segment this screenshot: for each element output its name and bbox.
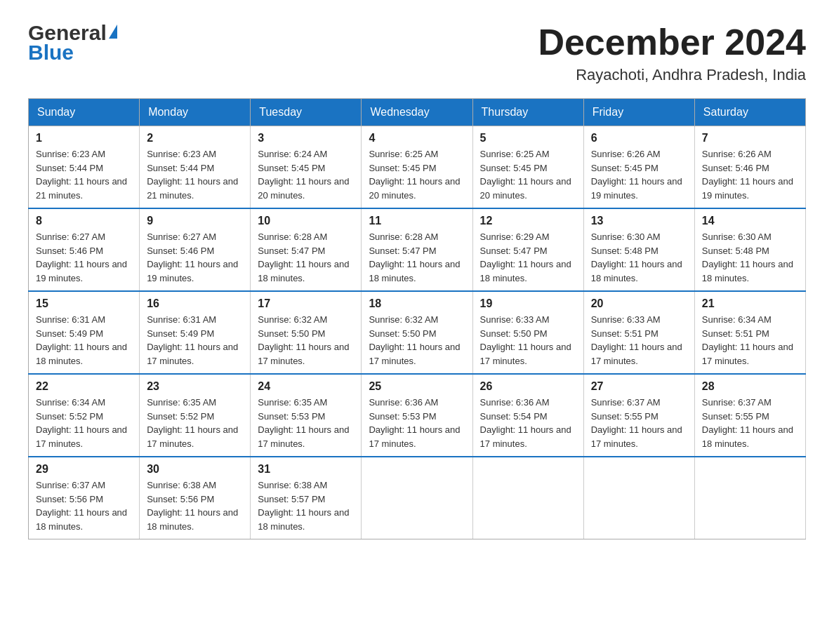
col-header-tuesday: Tuesday: [251, 99, 362, 126]
calendar-week-row: 15Sunrise: 6:31 AMSunset: 5:49 PMDayligh…: [29, 291, 806, 374]
day-number: 8: [36, 215, 132, 227]
logo-triangle-icon: [109, 25, 117, 39]
calendar-cell: 28Sunrise: 6:37 AMSunset: 5:55 PMDayligh…: [694, 374, 805, 457]
calendar-cell: 14Sunrise: 6:30 AMSunset: 5:48 PMDayligh…: [694, 208, 805, 291]
day-info: Sunrise: 6:31 AMSunset: 5:49 PMDaylight:…: [36, 313, 132, 368]
calendar-cell: [472, 457, 583, 539]
day-info: Sunrise: 6:26 AMSunset: 5:45 PMDaylight:…: [591, 147, 687, 202]
calendar-cell: 25Sunrise: 6:36 AMSunset: 5:53 PMDayligh…: [362, 374, 472, 457]
day-number: 16: [147, 297, 243, 310]
calendar-cell: 19Sunrise: 6:33 AMSunset: 5:50 PMDayligh…: [472, 291, 583, 374]
day-info: Sunrise: 6:25 AMSunset: 5:45 PMDaylight:…: [480, 147, 576, 202]
day-info: Sunrise: 6:35 AMSunset: 5:52 PMDaylight:…: [147, 396, 243, 450]
day-info: Sunrise: 6:33 AMSunset: 5:50 PMDaylight:…: [480, 313, 576, 368]
day-info: Sunrise: 6:28 AMSunset: 5:47 PMDaylight:…: [258, 230, 354, 285]
day-info: Sunrise: 6:28 AMSunset: 5:47 PMDaylight:…: [369, 230, 465, 285]
day-number: 1: [36, 132, 132, 145]
calendar-cell: 1Sunrise: 6:23 AMSunset: 5:44 PMDaylight…: [29, 126, 140, 209]
calendar-cell: [583, 457, 694, 539]
logo: General Blue: [28, 21, 117, 65]
day-number: 22: [36, 380, 132, 393]
calendar-cell: 12Sunrise: 6:29 AMSunset: 5:47 PMDayligh…: [472, 208, 583, 291]
day-info: Sunrise: 6:32 AMSunset: 5:50 PMDaylight:…: [258, 313, 354, 368]
day-info: Sunrise: 6:34 AMSunset: 5:51 PMDaylight:…: [702, 313, 798, 368]
day-number: 24: [258, 380, 354, 393]
calendar-cell: 7Sunrise: 6:26 AMSunset: 5:46 PMDaylight…: [694, 126, 805, 209]
calendar-cell: 10Sunrise: 6:28 AMSunset: 5:47 PMDayligh…: [251, 208, 362, 291]
calendar-cell: 26Sunrise: 6:36 AMSunset: 5:54 PMDayligh…: [472, 374, 583, 457]
col-header-saturday: Saturday: [694, 99, 805, 126]
day-info: Sunrise: 6:36 AMSunset: 5:53 PMDaylight:…: [369, 396, 465, 450]
calendar-cell: 29Sunrise: 6:37 AMSunset: 5:56 PMDayligh…: [29, 457, 140, 539]
col-header-wednesday: Wednesday: [362, 99, 472, 126]
day-number: 12: [480, 215, 576, 227]
col-header-thursday: Thursday: [472, 99, 583, 126]
day-number: 31: [258, 463, 354, 476]
col-header-monday: Monday: [140, 99, 251, 126]
calendar-cell: 4Sunrise: 6:25 AMSunset: 5:45 PMDaylight…: [362, 126, 472, 209]
calendar-cell: 3Sunrise: 6:24 AMSunset: 5:45 PMDaylight…: [251, 126, 362, 209]
month-title: December 2024: [538, 21, 806, 63]
calendar-cell: 15Sunrise: 6:31 AMSunset: 5:49 PMDayligh…: [29, 291, 140, 374]
calendar-cell: 18Sunrise: 6:32 AMSunset: 5:50 PMDayligh…: [362, 291, 472, 374]
day-info: Sunrise: 6:37 AMSunset: 5:56 PMDaylight:…: [36, 478, 132, 533]
day-number: 18: [369, 297, 465, 310]
day-number: 19: [480, 297, 576, 310]
day-number: 3: [258, 132, 354, 145]
day-number: 23: [147, 380, 243, 393]
day-number: 5: [480, 132, 576, 145]
day-number: 17: [258, 297, 354, 310]
day-info: Sunrise: 6:34 AMSunset: 5:52 PMDaylight:…: [36, 396, 132, 450]
calendar-week-row: 29Sunrise: 6:37 AMSunset: 5:56 PMDayligh…: [29, 457, 806, 539]
calendar-cell: 16Sunrise: 6:31 AMSunset: 5:49 PMDayligh…: [140, 291, 251, 374]
calendar-cell: 8Sunrise: 6:27 AMSunset: 5:46 PMDaylight…: [29, 208, 140, 291]
day-number: 27: [591, 380, 687, 393]
day-info: Sunrise: 6:23 AMSunset: 5:44 PMDaylight:…: [36, 147, 132, 202]
logo-blue: Blue: [28, 41, 74, 65]
day-info: Sunrise: 6:27 AMSunset: 5:46 PMDaylight:…: [147, 230, 243, 285]
day-info: Sunrise: 6:35 AMSunset: 5:53 PMDaylight:…: [258, 396, 354, 450]
page-header: General Blue December 2024 Rayachoti, An…: [28, 21, 806, 84]
day-number: 11: [369, 215, 465, 227]
calendar-cell: 31Sunrise: 6:38 AMSunset: 5:57 PMDayligh…: [251, 457, 362, 539]
day-number: 29: [36, 463, 132, 476]
day-number: 6: [591, 132, 687, 145]
col-header-friday: Friday: [583, 99, 694, 126]
calendar-cell: 27Sunrise: 6:37 AMSunset: 5:55 PMDayligh…: [583, 374, 694, 457]
col-header-sunday: Sunday: [29, 99, 140, 126]
day-number: 25: [369, 380, 465, 393]
day-number: 9: [147, 215, 243, 227]
day-number: 2: [147, 132, 243, 145]
calendar-cell: 23Sunrise: 6:35 AMSunset: 5:52 PMDayligh…: [140, 374, 251, 457]
calendar-cell: 24Sunrise: 6:35 AMSunset: 5:53 PMDayligh…: [251, 374, 362, 457]
day-info: Sunrise: 6:27 AMSunset: 5:46 PMDaylight:…: [36, 230, 132, 285]
calendar-week-row: 1Sunrise: 6:23 AMSunset: 5:44 PMDaylight…: [29, 126, 806, 209]
calendar-cell: 22Sunrise: 6:34 AMSunset: 5:52 PMDayligh…: [29, 374, 140, 457]
calendar-cell: 21Sunrise: 6:34 AMSunset: 5:51 PMDayligh…: [694, 291, 805, 374]
calendar-cell: [362, 457, 472, 539]
day-info: Sunrise: 6:37 AMSunset: 5:55 PMDaylight:…: [591, 396, 687, 450]
calendar-week-row: 8Sunrise: 6:27 AMSunset: 5:46 PMDaylight…: [29, 208, 806, 291]
day-info: Sunrise: 6:32 AMSunset: 5:50 PMDaylight:…: [369, 313, 465, 368]
day-number: 14: [702, 215, 798, 227]
day-info: Sunrise: 6:30 AMSunset: 5:48 PMDaylight:…: [591, 230, 687, 285]
calendar-cell: 11Sunrise: 6:28 AMSunset: 5:47 PMDayligh…: [362, 208, 472, 291]
location-title: Rayachoti, Andhra Pradesh, India: [538, 66, 806, 84]
day-info: Sunrise: 6:38 AMSunset: 5:56 PMDaylight:…: [147, 478, 243, 533]
day-info: Sunrise: 6:37 AMSunset: 5:55 PMDaylight:…: [702, 396, 798, 450]
day-number: 26: [480, 380, 576, 393]
day-info: Sunrise: 6:33 AMSunset: 5:51 PMDaylight:…: [591, 313, 687, 368]
day-info: Sunrise: 6:25 AMSunset: 5:45 PMDaylight:…: [369, 147, 465, 202]
calendar-cell: 9Sunrise: 6:27 AMSunset: 5:46 PMDaylight…: [140, 208, 251, 291]
day-info: Sunrise: 6:38 AMSunset: 5:57 PMDaylight:…: [258, 478, 354, 533]
calendar-week-row: 22Sunrise: 6:34 AMSunset: 5:52 PMDayligh…: [29, 374, 806, 457]
day-number: 13: [591, 215, 687, 227]
calendar-cell: 5Sunrise: 6:25 AMSunset: 5:45 PMDaylight…: [472, 126, 583, 209]
calendar-cell: 30Sunrise: 6:38 AMSunset: 5:56 PMDayligh…: [140, 457, 251, 539]
calendar-cell: 20Sunrise: 6:33 AMSunset: 5:51 PMDayligh…: [583, 291, 694, 374]
day-number: 15: [36, 297, 132, 310]
calendar-cell: 13Sunrise: 6:30 AMSunset: 5:48 PMDayligh…: [583, 208, 694, 291]
day-number: 7: [702, 132, 798, 145]
day-number: 21: [702, 297, 798, 310]
day-number: 20: [591, 297, 687, 310]
